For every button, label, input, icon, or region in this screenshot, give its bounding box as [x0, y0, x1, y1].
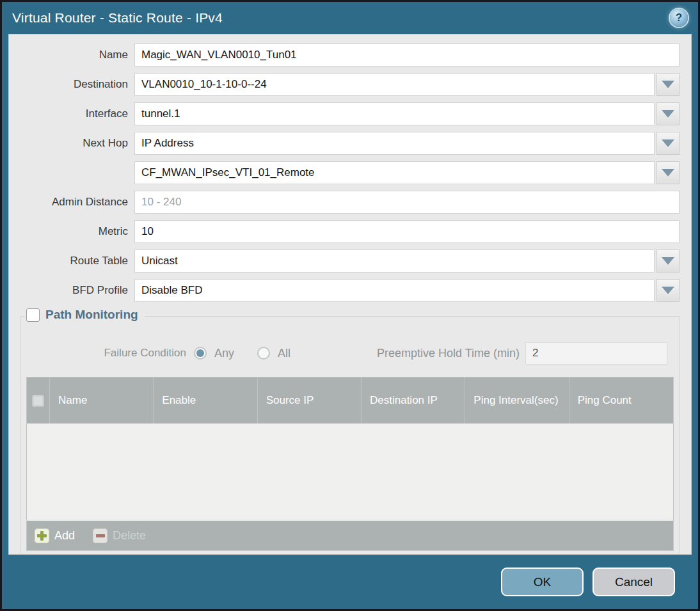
- preemptive-hold-time-label: Preemptive Hold Time (min): [377, 347, 525, 360]
- next-hop-type-input[interactable]: [134, 132, 655, 155]
- interface-dropdown-button[interactable]: [656, 102, 680, 125]
- name-input[interactable]: [134, 44, 680, 67]
- cancel-button[interactable]: Cancel: [593, 567, 675, 596]
- next-hop-label: Next Hop: [9, 137, 134, 150]
- dialog-title: Virtual Router - Static Route - IPv4: [12, 10, 223, 26]
- destination-label: Destination: [9, 78, 134, 91]
- path-monitoring-section: Path Monitoring Failure Condition Any Al…: [20, 316, 680, 555]
- name-label: Name: [9, 49, 134, 61]
- interface-input[interactable]: [134, 102, 655, 125]
- bfd-profile-dropdown-button[interactable]: [656, 279, 680, 302]
- preemptive-hold-time-input[interactable]: [525, 342, 667, 365]
- radio-option-any[interactable]: Any: [194, 347, 234, 360]
- route-table-input[interactable]: [134, 250, 655, 273]
- destination-input[interactable]: [134, 73, 655, 96]
- admin-distance-input[interactable]: [134, 191, 680, 214]
- interface-label: Interface: [9, 107, 134, 120]
- form-row-next-hop-address: [9, 161, 680, 184]
- form-row-metric: Metric: [9, 220, 680, 243]
- bfd-profile-label: BFD Profile: [9, 284, 134, 297]
- failure-condition-row: Failure Condition Any All Preemptive Hol…: [26, 341, 667, 365]
- chevron-down-icon: [662, 110, 674, 118]
- chevron-down-icon: [662, 169, 674, 177]
- metric-label: Metric: [9, 225, 134, 238]
- chevron-down-icon: [662, 287, 674, 294]
- form-row-bfd-profile: BFD Profile: [9, 279, 680, 302]
- form-row-interface: Interface: [9, 102, 680, 125]
- dialog-content: Name Destination Interface: [8, 34, 692, 555]
- table-header-checkbox-cell: [27, 377, 50, 424]
- column-header-source-ip[interactable]: Source IP: [258, 377, 362, 424]
- select-all-checkbox[interactable]: [32, 395, 44, 407]
- chevron-down-icon: [662, 257, 674, 265]
- add-button-label: Add: [54, 529, 75, 543]
- delete-button[interactable]: Delete: [93, 528, 146, 543]
- column-header-name[interactable]: Name: [50, 377, 154, 424]
- path-monitoring-table: Name Enable Source IP Destination IP Pin…: [26, 377, 674, 551]
- destination-dropdown-button[interactable]: [656, 73, 680, 96]
- form-row-name: Name: [9, 44, 680, 67]
- dialog-footer: OK Cancel: [2, 555, 698, 609]
- minus-icon: [93, 528, 107, 543]
- column-header-ping-count[interactable]: Ping Count: [569, 377, 673, 424]
- radio-option-all[interactable]: All: [257, 347, 290, 360]
- table-body-empty: [27, 424, 673, 520]
- path-monitoring-title: Path Monitoring: [45, 308, 138, 322]
- delete-button-label: Delete: [113, 529, 146, 543]
- radio-all-label: All: [278, 347, 290, 360]
- dialog-frame: Virtual Router - Static Route - IPv4 ? N…: [2, 2, 698, 609]
- radio-all-icon[interactable]: [257, 347, 270, 360]
- path-monitoring-legend: Path Monitoring: [25, 308, 145, 322]
- metric-input[interactable]: [134, 220, 680, 243]
- ok-button[interactable]: OK: [501, 567, 584, 596]
- next-hop-type-dropdown-button[interactable]: [656, 132, 680, 155]
- form-row-admin-distance: Admin Distance: [9, 191, 680, 214]
- plus-icon: [35, 528, 49, 543]
- bfd-profile-input[interactable]: [134, 279, 655, 302]
- help-icon[interactable]: ?: [670, 9, 688, 27]
- path-monitoring-checkbox[interactable]: [26, 308, 40, 322]
- route-table-label: Route Table: [9, 255, 134, 267]
- form-row-next-hop: Next Hop: [9, 132, 680, 155]
- radio-any-label: Any: [214, 347, 234, 360]
- route-table-dropdown-button[interactable]: [656, 250, 680, 273]
- column-header-destination-ip[interactable]: Destination IP: [362, 377, 465, 424]
- failure-condition-label: Failure Condition: [26, 347, 194, 360]
- chevron-down-icon: [662, 81, 674, 88]
- radio-any-icon[interactable]: [194, 347, 207, 360]
- add-button[interactable]: Add: [35, 528, 75, 543]
- form-row-destination: Destination: [9, 73, 680, 96]
- dialog-window: Virtual Router - Static Route - IPv4 ? N…: [0, 0, 700, 611]
- next-hop-address-input[interactable]: [134, 161, 655, 184]
- column-header-ping-interval[interactable]: Ping Interval(sec): [465, 377, 569, 424]
- title-bar: Virtual Router - Static Route - IPv4 ?: [2, 2, 698, 34]
- table-toolbar: Add Delete: [27, 521, 673, 550]
- column-header-enable[interactable]: Enable: [154, 377, 257, 424]
- form-row-route-table: Route Table: [9, 250, 680, 273]
- failure-condition-radio-group: Any All: [194, 347, 290, 360]
- next-hop-address-dropdown-button[interactable]: [656, 161, 680, 184]
- admin-distance-label: Admin Distance: [9, 196, 134, 209]
- table-header-row: Name Enable Source IP Destination IP Pin…: [27, 377, 673, 424]
- chevron-down-icon: [662, 139, 674, 147]
